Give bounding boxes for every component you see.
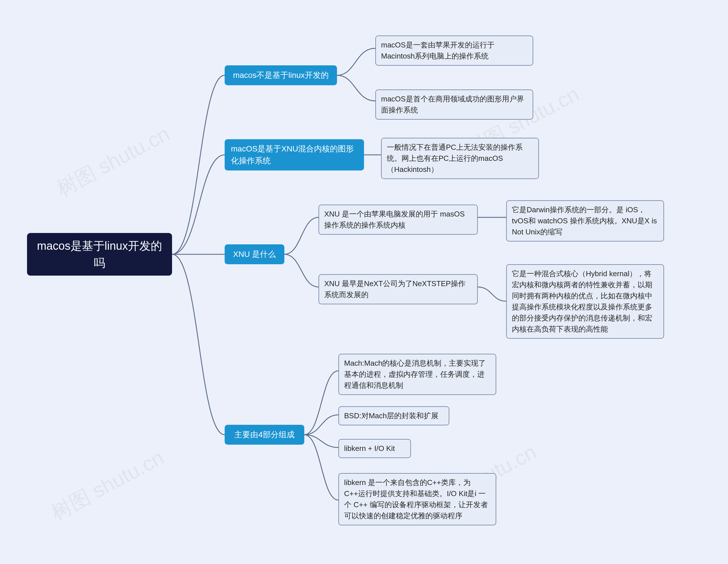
leaf-node[interactable]: BSD:对Mach层的封装和扩展 (338, 406, 449, 425)
root-node[interactable]: macos是基于linux开发的吗 (27, 233, 172, 276)
leaf-node[interactable]: 它是Darwin操作系统的一部分。是 iOS，tvOS和 watchOS 操作系… (506, 200, 664, 242)
branch-node-what-is-xnu[interactable]: XNU 是什么 (225, 244, 284, 264)
branch-node-four-parts[interactable]: 主要由4部分组成 (225, 425, 304, 445)
leaf-node[interactable]: Mach:Mach的核心是消息机制，主要实现了基本的进程，虚拟内存管理，任务调度… (338, 354, 496, 395)
leaf-node[interactable]: libkern 是一个来自包含的C++类库，为C++运行时提供支持和基础类。I/… (338, 473, 496, 525)
branch-node-macos-xnu-gui[interactable]: macOS是基于XNU混合内核的图形化操作系统 (225, 139, 364, 171)
leaf-node[interactable]: XNU 最早是NeXT公司为了NeXTSTEP操作系统而发展的 (319, 274, 478, 304)
watermark: 树图 shutu.cn (52, 120, 174, 203)
watermark: 树图 shutu.cn (46, 444, 169, 526)
leaf-node[interactable]: 它是一种混合式核心（Hybrid kernal），将宏内核和微内核两者的特性兼收… (506, 264, 664, 339)
branch-node-macos-not-linux[interactable]: macos不是基于linux开发的 (225, 65, 337, 85)
leaf-node[interactable]: macOS是一套由苹果开发的运行于Macintosh系列电脑上的操作系统 (375, 36, 533, 66)
leaf-node[interactable]: macOS是首个在商用领域成功的图形用户界面操作系统 (375, 90, 533, 120)
leaf-node[interactable]: 一般情况下在普通PC上无法安装的操作系统。网上也有在PC上运行的macOS（Ha… (381, 138, 539, 179)
leaf-node[interactable]: libkern + I/O Kit (338, 439, 411, 458)
leaf-node[interactable]: XNU 是一个由苹果电脑发展的用于 masOS 操作系统的操作系统内核 (319, 205, 478, 235)
